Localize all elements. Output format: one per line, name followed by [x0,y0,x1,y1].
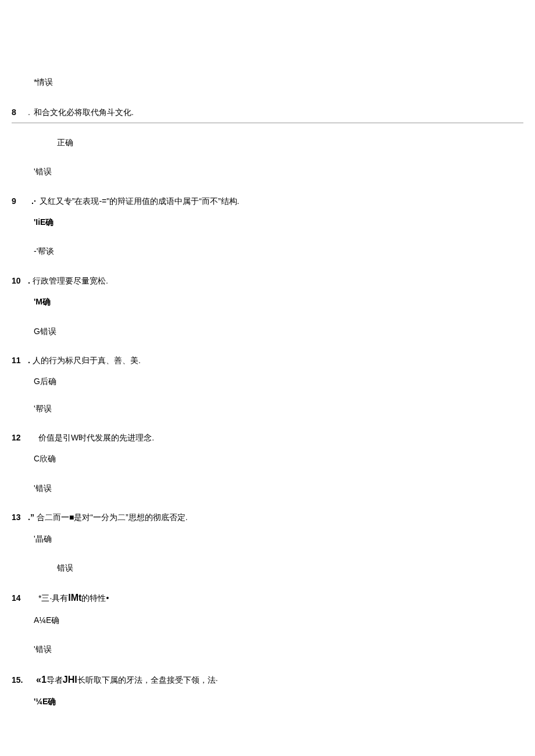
q12-option2[interactable]: '错误 [34,482,523,495]
q-dot-11: . [28,354,30,367]
q10-option2-text: G错误 [34,327,56,336]
q-text-14: *三·具有IMt的特性• [38,590,109,605]
q11-option1[interactable]: G后确 [34,375,523,388]
q-number-13: 13 [12,511,28,524]
q8-option1[interactable]: 正确 [57,136,523,149]
q11-option1-text: G后确 [34,377,56,386]
q-text-12: 价值是引W时代发展的先进理念. [38,431,154,444]
q15-post: 长听取下属的牙法，全盘接受下领，法· [77,675,218,685]
question-9: 9 .· 又红又专”在表现-="的辩证用值的成语中属于“而不”结构. [12,195,523,207]
q-text-8: 和合文化必将取代角斗文化. [34,106,134,119]
question-14: 14 *三·具有IMt的特性• [12,590,523,605]
q-dot-10: . [28,274,30,287]
q-number-14: 14 [12,592,28,604]
q10-option1[interactable]: 'M确 [34,295,523,308]
q-text-10: 行政管理要尽量宽松. [33,274,108,287]
q-number-10: 10 [12,274,28,287]
question-11: 11 . 人的行为标尺归于真、善、美. [12,354,523,367]
q-number-12: 12 [12,431,28,444]
q15-option1[interactable]: '¼E确 [34,695,523,708]
q-text-11: 人的行为标尺归于真、善、美. [33,354,141,367]
q14-option2[interactable]: '错误 [34,643,523,655]
q14-post: 的特性• [81,593,109,603]
q-text-9: 又红又专”在表现-="的辩证用值的成语中属于“而不”结构. [40,195,240,207]
q-text-15: «1导者JHI长听取下属的牙法，全盘接受下领，法· [36,672,218,687]
q10-option2[interactable]: G错误 [34,325,523,338]
question-13: 13 .” 合二而一■是对“一分为二”思想的彻底否定. [12,511,523,524]
q15-bold2: JHI [63,675,77,685]
q13-option1[interactable]: '晶确 [34,532,523,545]
pre-answer: *情误 [34,76,523,88]
q14-option1[interactable]: A¼E确 [34,614,523,626]
q8-option2[interactable]: '错误 [34,165,523,178]
q-number-9: 9 [12,195,28,207]
q-number-8: 8 [12,106,28,119]
question-10: 10 . 行政管理要尽量宽松. [12,274,523,287]
q14-pre: *三·具有 [38,593,68,603]
q-number-15: 15. [12,673,28,686]
q12-option1[interactable]: C欣确 [34,452,523,465]
q14-bold: IMt [68,593,81,603]
q-text-13: 合二而一■是对“一分为二”思想的彻底否定. [37,511,188,524]
q11-option2[interactable]: '帮误 [34,402,523,415]
q-dot-8: . [28,106,30,119]
q-dot-9: .· [31,195,36,207]
q13-option2[interactable]: 错误 [57,561,523,574]
q15-mid: 导者 [47,675,63,685]
q9-option2[interactable]: -'帮谈 [34,245,523,257]
question-8: 8 . 和合文化必将取代角斗文化. [12,106,523,123]
q-number-11: 11 [12,354,28,367]
q-dot-13: .” [28,511,34,524]
question-12: 12 价值是引W时代发展的先进理念. [12,431,523,444]
q15-pre: « [36,675,41,685]
question-15: 15. «1导者JHI长听取下属的牙法，全盘接受下领，法· [12,672,523,687]
q9-option1[interactable]: 'IiE确 [34,216,523,228]
q15-bold1: 1 [41,675,47,685]
